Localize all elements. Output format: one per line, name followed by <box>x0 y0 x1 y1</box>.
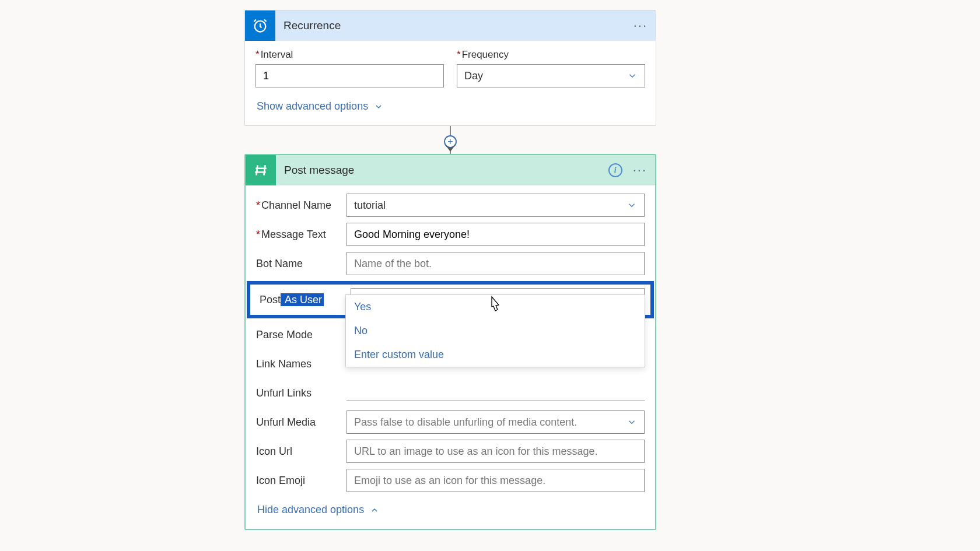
post-message-header[interactable]: Post message ··· <box>246 155 655 185</box>
more-icon[interactable]: ··· <box>633 164 647 177</box>
hide-advanced-link[interactable]: Hide advanced options <box>256 498 380 524</box>
message-text-input[interactable] <box>346 223 645 246</box>
frequency-label: *Frequency <box>457 49 645 61</box>
parse-mode-label: Parse Mode <box>256 329 346 341</box>
link-names-label: Link Names <box>256 358 346 370</box>
recurrence-body: *Interval *Frequency Day Show a <box>245 41 656 125</box>
chevron-down-icon <box>626 417 637 427</box>
slack-hash-icon <box>246 155 276 185</box>
frequency-select[interactable]: Day <box>457 64 645 87</box>
unfurl-links-label: Unfurl Links <box>256 387 346 399</box>
channel-name-select[interactable]: tutorial <box>346 194 645 217</box>
interval-label: *Interval <box>256 49 444 61</box>
recurrence-card: Recurrence ··· *Interval *Frequency Day <box>244 10 656 126</box>
dropdown-option-yes[interactable]: Yes <box>346 295 645 319</box>
channel-name-label: *Channel Name <box>256 199 346 212</box>
post-message-card: Post message ··· *Channel Name tutorial … <box>244 154 656 530</box>
more-icon[interactable]: ··· <box>634 19 648 32</box>
message-text-label: *Message Text <box>256 229 346 241</box>
recurrence-title: Recurrence <box>284 19 634 32</box>
bot-name-input[interactable] <box>346 252 645 275</box>
icon-url-label: Icon Url <box>256 445 346 458</box>
post-as-user-label: Post As User <box>260 294 351 306</box>
info-icon[interactable] <box>608 163 622 177</box>
interval-input[interactable] <box>256 64 444 87</box>
dropdown-option-no[interactable]: No <box>346 319 645 343</box>
dropdown-option-custom[interactable]: Enter custom value <box>346 343 645 367</box>
clock-icon <box>245 10 275 41</box>
icon-url-input[interactable] <box>346 440 645 463</box>
post-message-title: Post message <box>284 164 608 177</box>
icon-emoji-input[interactable] <box>346 469 645 492</box>
bot-name-label: Bot Name <box>256 258 346 270</box>
flow-connector: + <box>244 126 656 154</box>
recurrence-header[interactable]: Recurrence ··· <box>245 10 656 41</box>
post-as-user-dropdown: Yes No Enter custom value <box>345 294 645 367</box>
icon-emoji-label: Icon Emoji <box>256 475 346 487</box>
show-advanced-link[interactable]: Show advanced options <box>256 94 384 121</box>
chevron-down-icon <box>626 200 637 210</box>
unfurl-media-label: Unfurl Media <box>256 416 346 429</box>
chevron-down-icon <box>627 71 638 81</box>
unfurl-media-select[interactable]: Pass false to disable unfurling of media… <box>346 410 645 434</box>
